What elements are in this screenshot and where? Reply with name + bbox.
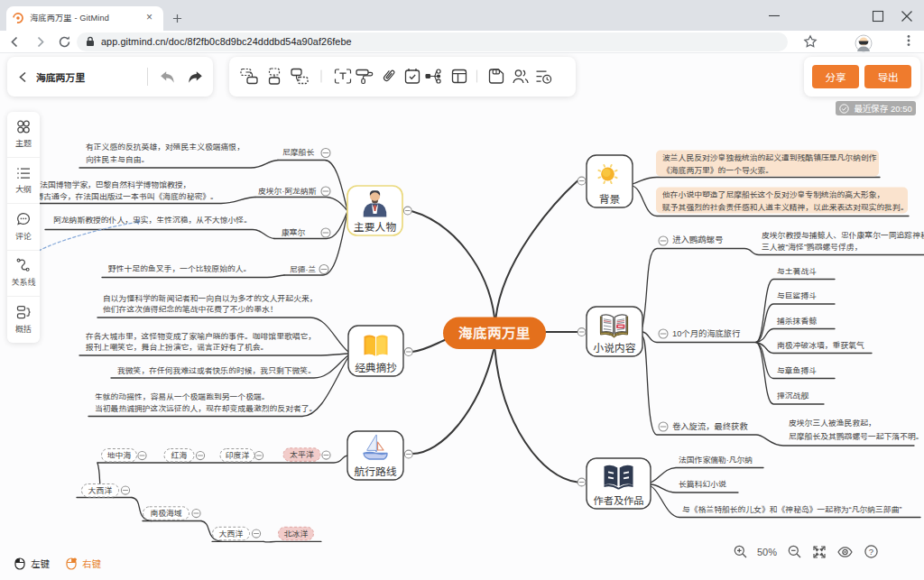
svg-text:大西洋: 大西洋 [219, 529, 244, 539]
svg-text:海底两万里: 海底两万里 [458, 326, 531, 341]
svg-text:生就的动摇性，容易从一个极端跑到另一个极端。: 生就的动摇性，容易从一个极端跑到另一个极端。 [95, 392, 270, 401]
svg-text:法国作家儒勒·凡尔纳: 法国作家儒勒·凡尔纳 [679, 456, 753, 465]
svg-text:北冰洋: 北冰洋 [284, 529, 309, 539]
svg-text:尼德·兰: 尼德·兰 [290, 265, 317, 274]
svg-text:在各大城市里，这怪物变成了家喻户晓的事件。咖啡馆里歌唱它，: 在各大城市里，这怪物变成了家喻户晓的事件。咖啡馆里歌唱它， [86, 332, 316, 341]
svg-text:经典摘抄: 经典摘抄 [355, 362, 397, 374]
svg-text:尼摩船长及其鹦鹉螺号一起下落不明。: 尼摩船长及其鹦鹉螺号一起下落不明。 [789, 432, 924, 441]
svg-text:与章鱼搏斗: 与章鱼搏斗 [777, 366, 817, 375]
svg-text:向往民主与自由。: 向往民主与自由。 [86, 155, 149, 164]
svg-text:他在小说中塑造了尼摩船长这个反对沙皇专制统治的高大形象，: 他在小说中塑造了尼摩船长这个反对沙皇专制统治的高大形象， [662, 190, 884, 199]
svg-text:背景: 背景 [599, 193, 621, 206]
svg-text:捕杀抹香鲸: 捕杀抹香鲸 [777, 317, 817, 326]
svg-text:主要人物: 主要人物 [354, 221, 396, 234]
svg-text:法国博物学家，巴黎自然科学博物馆教授，: 法国博物学家，巴黎自然科学博物馆教授， [40, 180, 190, 189]
svg-text:卷入旋流，最终获救: 卷入旋流，最终获救 [672, 422, 748, 431]
svg-text:波兰人民反对沙皇独裁统治的起义遭到残酷镇压是凡尔纳创作: 波兰人民反对沙皇独裁统治的起义遭到残酷镇压是凡尔纳创作 [662, 153, 877, 162]
svg-text:博古通今，在法国出版过一本书叫《海底的秘密》。: 博古通今，在法国出版过一本书叫《海底的秘密》。 [36, 192, 218, 201]
svg-text:印度洋: 印度洋 [226, 451, 250, 460]
svg-text:野性十足的鱼叉手，一个比较原始的人。: 野性十足的鱼叉手，一个比较原始的人。 [108, 264, 251, 273]
svg-text:南极冲破冰墙，重获氧气: 南极冲破冰墙，重获氧气 [777, 341, 864, 350]
svg-text:?: ? [869, 547, 873, 557]
svg-text:太平洋: 太平洋 [290, 450, 314, 459]
svg-text:皮埃尔三人被渔民救起，: 皮埃尔三人被渔民救起， [789, 419, 876, 428]
svg-text:南极海域: 南极海域 [150, 509, 181, 518]
svg-text:赋予其强烈的社会责任感和人道主义精神，以此来表达对现实的批判: 赋予其强烈的社会责任感和人道主义精神，以此来表达对现实的批判。 [662, 203, 909, 212]
svg-text:小说内容: 小说内容 [593, 342, 635, 354]
svg-text:长篇科幻小说: 长篇科幻小说 [679, 480, 726, 489]
svg-text:尼摩船长: 尼摩船长 [282, 148, 314, 157]
svg-text:地中海: 地中海 [107, 451, 132, 460]
svg-text:他们在这次值得纪念的笔战中花费了不少的墨水！: 他们在这次值得纪念的笔战中花费了不少的墨水！ [103, 305, 278, 314]
svg-text:10个月的海底旅行: 10个月的海底旅行 [672, 328, 740, 338]
svg-text:与土著战斗: 与土著战斗 [777, 267, 817, 276]
svg-text:航行路线: 航行路线 [354, 465, 396, 478]
svg-text:与巨鲨搏斗: 与巨鲨搏斗 [777, 291, 817, 300]
svg-text:大西洋: 大西洋 [88, 486, 113, 495]
svg-text:自以为懂科学的新闻记者和一向自以为多才的文人开起火来，: 自以为懂科学的新闻记者和一向自以为多才的文人开起火来， [103, 294, 318, 303]
svg-text:与《格兰特船长的儿女》和《神秘岛》一起称为“凡尔纳三部曲”: 与《格兰特船长的儿女》和《神秘岛》一起称为“凡尔纳三部曲” [682, 505, 901, 514]
svg-text:阿龙纳斯教授的仆人，忠实，生性沉稳，从不大惊小怪。: 阿龙纳斯教授的仆人，忠实，生性沉稳，从不大惊小怪。 [53, 216, 252, 225]
svg-text:报刊上嘲笑它，舞台上扮演它，谣言正好有了机会。: 报刊上嘲笑它，舞台上扮演它，谣言正好有了机会。 [86, 343, 268, 352]
svg-text:我微笑，在任何我难过或者快乐的时候，我只剩下微笑。: 我微笑，在任何我难过或者快乐的时候，我只剩下微笑。 [117, 366, 316, 375]
svg-text:撞沉战舰: 撞沉战舰 [777, 391, 808, 400]
svg-text:皮埃尔·阿龙纳斯: 皮埃尔·阿龙纳斯 [258, 187, 317, 196]
svg-text:康塞尔: 康塞尔 [282, 228, 306, 237]
svg-text:作者及作品: 作者及作品 [594, 495, 644, 506]
svg-text:三人被“海怪”鹦鹉螺号俘虏，: 三人被“海怪”鹦鹉螺号俘虏， [762, 243, 862, 252]
svg-text:红海: 红海 [171, 451, 188, 460]
svg-text:当初最热诚拥护这次远征的人，现在却变成最激烈的反对者了。: 当初最热诚拥护这次远征的人，现在却变成最激烈的反对者了。 [95, 404, 317, 413]
svg-text:进入鹦鹉螺号: 进入鹦鹉螺号 [672, 235, 723, 244]
svg-text:有正义感的反抗英雄，对殖民主义极端痛恨，: 有正义感的反抗英雄，对殖民主义极端痛恨， [86, 143, 245, 152]
svg-text:皮埃尔教授与捕鲸人、忠仆康塞尔一同追踪神秘海: 皮埃尔教授与捕鲸人、忠仆康塞尔一同追踪神秘海 [762, 231, 924, 240]
svg-text:《海底两万里》的一个导火索。: 《海底两万里》的一个导火索。 [662, 166, 773, 175]
